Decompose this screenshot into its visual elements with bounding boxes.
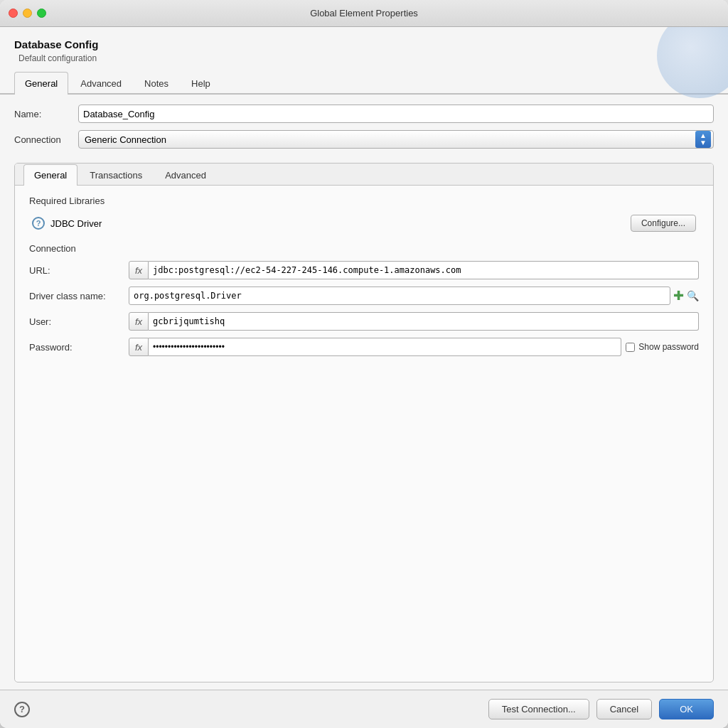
- password-input[interactable]: [149, 338, 621, 356]
- cancel-button[interactable]: Cancel: [596, 699, 652, 719]
- jdbc-help-icon[interactable]: ?: [32, 217, 45, 230]
- driver-input[interactable]: [129, 287, 670, 305]
- driver-row: Driver class name: ✚ 🔍: [29, 287, 699, 305]
- connection-section: Connection URL: fx Driver class name: ✚: [29, 243, 699, 356]
- config-subtitle: Default configuration: [18, 53, 714, 63]
- password-fx-badge: fx: [129, 338, 149, 356]
- tab-advanced-inner[interactable]: Advanced: [154, 164, 217, 186]
- tab-general-inner[interactable]: General: [23, 164, 77, 186]
- ok-button[interactable]: OK: [659, 699, 714, 719]
- show-password-label: Show password: [638, 342, 699, 352]
- tab-transactions-inner[interactable]: Transactions: [79, 164, 153, 186]
- user-fx-badge: fx: [129, 312, 149, 331]
- user-row: User: fx: [29, 312, 699, 331]
- footer-right: Test Connection... Cancel OK: [488, 699, 714, 719]
- add-driver-button[interactable]: ✚: [673, 289, 684, 302]
- password-row: Password: fx Show password: [29, 338, 699, 356]
- driver-label: Driver class name:: [29, 291, 129, 301]
- url-row: URL: fx: [29, 261, 699, 279]
- name-label: Name:: [14, 109, 78, 119]
- tab-general-outer[interactable]: General: [14, 72, 68, 95]
- url-label: URL:: [29, 265, 129, 276]
- form-section: Name: Connection Generic Connection ▲ ▼: [0, 95, 728, 163]
- maximize-button[interactable]: [37, 9, 46, 18]
- window-body: Database Config Default configuration Ge…: [0, 27, 728, 728]
- required-libraries-header: Required Libraries: [29, 196, 699, 206]
- title-bar: Global Element Properties: [0, 0, 728, 27]
- tab-help-outer[interactable]: Help: [181, 72, 221, 95]
- jdbc-driver-label: JDBC Driver: [50, 218, 102, 229]
- close-button[interactable]: [9, 9, 18, 18]
- outer-tabs: General Advanced Notes Help: [0, 70, 728, 95]
- libraries-row: ? JDBC Driver Configure...: [29, 215, 699, 232]
- connection-row: Connection Generic Connection ▲ ▼: [14, 130, 714, 149]
- connection-select[interactable]: Generic Connection: [78, 130, 714, 149]
- connection-select-wrapper: Generic Connection ▲ ▼: [78, 130, 714, 149]
- driver-actions: ✚ 🔍: [673, 289, 699, 302]
- connection-header: Connection: [29, 243, 699, 254]
- show-password-wrapper: Show password: [626, 342, 699, 352]
- inner-content: Required Libraries ? JDBC Driver Configu…: [15, 186, 713, 682]
- minimize-button[interactable]: [23, 9, 32, 18]
- window: Global Element Properties Database Confi…: [0, 0, 728, 728]
- footer-help-icon[interactable]: ?: [14, 702, 30, 717]
- footer-left: ?: [14, 702, 30, 717]
- footer: ? Test Connection... Cancel OK: [0, 690, 728, 728]
- show-password-checkbox[interactable]: [626, 343, 635, 352]
- tab-notes-outer[interactable]: Notes: [134, 72, 179, 95]
- user-label: User:: [29, 316, 129, 327]
- connection-label: Connection: [14, 134, 78, 145]
- url-input[interactable]: [149, 261, 699, 279]
- configure-button[interactable]: Configure...: [631, 215, 696, 232]
- name-input[interactable]: [78, 105, 714, 123]
- name-row: Name:: [14, 105, 714, 123]
- inner-panel: General Transactions Advanced Required L…: [14, 163, 714, 682]
- user-input[interactable]: [149, 312, 699, 331]
- search-driver-button[interactable]: 🔍: [687, 290, 699, 301]
- password-label: Password:: [29, 342, 129, 353]
- libraries-left: ? JDBC Driver: [32, 217, 102, 230]
- test-connection-button[interactable]: Test Connection...: [488, 699, 589, 719]
- config-title: Database Config: [14, 38, 714, 50]
- header-section: Database Config Default configuration: [0, 27, 728, 70]
- url-fx-badge: fx: [129, 261, 149, 279]
- traffic-lights: [9, 9, 46, 18]
- window-title: Global Element Properties: [310, 8, 418, 18]
- tab-advanced-outer[interactable]: Advanced: [70, 72, 132, 95]
- inner-tabs: General Transactions Advanced: [15, 164, 713, 186]
